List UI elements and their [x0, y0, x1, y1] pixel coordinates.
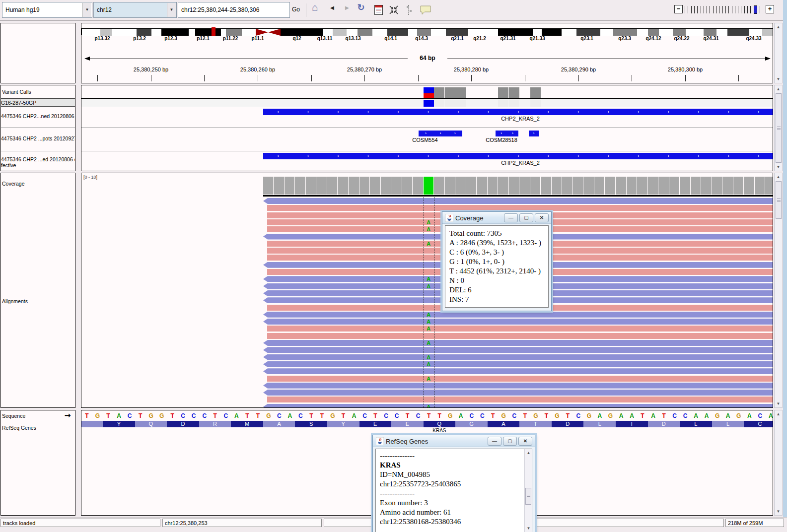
- coverage-bar[interactable]: [488, 177, 498, 195]
- coverage-bar[interactable]: [402, 177, 413, 195]
- track-name-amplicon2[interactable]: 4475346 CHP2 ...ed 20120806 e: [1, 156, 75, 162]
- coverage-bar[interactable]: [274, 177, 284, 195]
- scroll-up-icon[interactable]: ▲: [775, 174, 782, 180]
- coverage-bar[interactable]: [424, 177, 434, 195]
- scroll-down-icon[interactable]: ▼: [775, 508, 782, 515]
- track-name-amplicon2-line2[interactable]: fective: [1, 162, 16, 168]
- variant-allele-ref-square[interactable]: [424, 93, 434, 98]
- coverage-popup[interactable]: Coverage — ▢ ✕ Total count: 7305A : 2846…: [442, 211, 552, 311]
- cosmic-feature-bar[interactable]: ›: [529, 131, 539, 136]
- alignment-read[interactable]: [267, 397, 773, 402]
- alignment-read[interactable]: [267, 205, 773, 211]
- panel-scrollbar[interactable]: ▲▼: [774, 173, 783, 408]
- coverage-bar[interactable]: [295, 177, 305, 195]
- variant-square[interactable]: [530, 87, 541, 98]
- coverage-bar[interactable]: [509, 177, 519, 195]
- sequence-strand-arrow-icon[interactable]: ➞: [65, 411, 71, 420]
- scroll-up-icon[interactable]: ▲: [775, 86, 782, 92]
- coverage-bar[interactable]: [627, 177, 637, 195]
- coverage-bar[interactable]: [445, 177, 455, 195]
- zoom-slider-thumb[interactable]: [754, 5, 757, 14]
- coverage-bar[interactable]: [541, 177, 551, 195]
- back-icon[interactable]: ◄: [326, 4, 339, 17]
- alignment-read[interactable]: A: [263, 340, 773, 346]
- forward-icon[interactable]: ►: [341, 4, 354, 17]
- scroll-up-icon[interactable]: ▲: [775, 24, 782, 30]
- alignment-read[interactable]: A: [263, 361, 773, 367]
- coverage-bar[interactable]: [755, 177, 765, 195]
- track-name-refseq[interactable]: RefSeq Genes: [2, 425, 36, 431]
- coverage-bar[interactable]: [605, 177, 615, 195]
- coverage-bar[interactable]: [263, 177, 274, 195]
- fit-window-icon[interactable]: [387, 4, 400, 17]
- panel-scrollbar[interactable]: ▲▼: [774, 23, 783, 83]
- alignment-read[interactable]: A: [263, 354, 773, 360]
- panel-scrollbar[interactable]: ▲▼: [774, 410, 783, 516]
- minimize-button[interactable]: —: [488, 437, 501, 446]
- close-icon[interactable]: ✕: [518, 437, 532, 446]
- coverage-bar[interactable]: [733, 177, 744, 195]
- minimize-button[interactable]: —: [504, 213, 518, 222]
- scroll-down-icon[interactable]: ▼: [775, 76, 782, 82]
- alignment-read[interactable]: A: [267, 326, 773, 332]
- coverage-bar[interactable]: [669, 177, 680, 195]
- alignment-read[interactable]: [263, 347, 773, 353]
- coverage-bar[interactable]: [306, 177, 316, 195]
- alignment-read[interactable]: A: [263, 404, 773, 408]
- alignment-read[interactable]: A: [263, 319, 773, 325]
- zoom-in-button[interactable]: +: [766, 5, 774, 13]
- coverage-bar[interactable]: [327, 177, 338, 195]
- refseq-popup[interactable]: RefSeq Genes — ▢ ✕ --------------KRASID=…: [372, 435, 535, 532]
- coverage-bar[interactable]: [498, 177, 508, 195]
- genome-select[interactable]: Human hg19 ▼: [2, 2, 92, 18]
- chevron-down-icon[interactable]: ▼: [167, 3, 176, 17]
- coverage-bar[interactable]: [552, 177, 562, 195]
- chevron-down-icon[interactable]: ▼: [82, 3, 91, 17]
- cosmic-feature-bar[interactable]: ›››: [419, 131, 462, 136]
- refseq-vscrollbar[interactable]: ▲ ▼: [524, 449, 532, 532]
- coverage-bar[interactable]: [466, 177, 477, 195]
- alignment-read[interactable]: [263, 390, 773, 396]
- coverage-bar[interactable]: [519, 177, 530, 195]
- coverage-bar[interactable]: [349, 177, 359, 195]
- coverage-bar[interactable]: [562, 177, 572, 195]
- variant-square[interactable]: [509, 87, 519, 98]
- coverage-bar[interactable]: [744, 177, 754, 195]
- coverage-bar[interactable]: [701, 177, 712, 195]
- coverage-bar[interactable]: [573, 177, 583, 195]
- track-name-hotspots[interactable]: 4475346 CHP2 ...pots 20120927: [1, 135, 75, 141]
- variant-allele-alt-square[interactable]: [424, 87, 434, 93]
- coverage-bar[interactable]: [594, 177, 605, 195]
- scroll-thumb[interactable]: [776, 93, 782, 163]
- coverage-bar[interactable]: [413, 177, 423, 195]
- zoom-out-button[interactable]: −: [674, 5, 683, 13]
- coverage-bar[interactable]: [722, 177, 733, 195]
- alignment-read[interactable]: A: [263, 312, 773, 318]
- coverage-bar[interactable]: [455, 177, 466, 195]
- coverage-bar[interactable]: [359, 177, 370, 195]
- coverage-bar[interactable]: [477, 177, 487, 195]
- locus-input[interactable]: [178, 2, 290, 18]
- maximize-button[interactable]: ▢: [503, 437, 517, 446]
- coverage-bar[interactable]: [316, 177, 327, 195]
- chromosome-select[interactable]: chr12 ▼: [93, 2, 177, 18]
- vscroll-thumb[interactable]: [525, 488, 531, 505]
- scroll-down-icon[interactable]: ▼: [525, 525, 532, 532]
- cosmic-feature-bar[interactable]: ››: [496, 131, 518, 136]
- amplicon-bar[interactable]: ›››››››››››››››››: [263, 109, 773, 115]
- coverage-bar[interactable]: [338, 177, 348, 195]
- coverage-bar[interactable]: [530, 177, 541, 195]
- coverage-bar[interactable]: [583, 177, 594, 195]
- alignment-read[interactable]: [263, 368, 773, 374]
- scroll-up-icon[interactable]: ▲: [775, 411, 782, 417]
- coverage-popup-titlebar[interactable]: Coverage — ▢ ✕: [442, 212, 551, 224]
- region-tool-icon[interactable]: [403, 4, 416, 17]
- scroll-up-icon[interactable]: ▲: [525, 450, 532, 456]
- coverage-bar[interactable]: [691, 177, 701, 195]
- coverage-bar[interactable]: [637, 177, 647, 195]
- refresh-icon[interactable]: ↻: [355, 2, 367, 15]
- coverage-bar[interactable]: [648, 177, 658, 195]
- genotype-variant-square[interactable]: [424, 100, 434, 107]
- amplicon-bar[interactable]: ›››››››››››››››››: [263, 153, 773, 159]
- ideogram-ruler-panel[interactable]: p13.32p13.2p12.3p12.1p11.22p11.1q12q13.1…: [81, 23, 773, 83]
